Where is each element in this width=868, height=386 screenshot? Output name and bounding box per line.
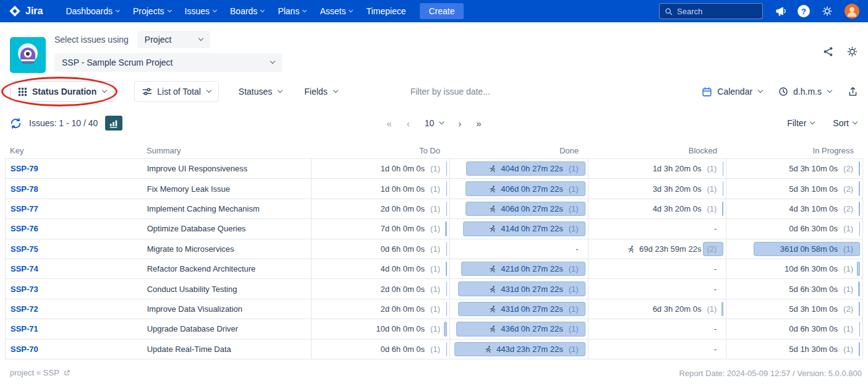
last-page-button[interactable]: » <box>476 118 481 129</box>
report-type-dropdown[interactable]: Status Duration <box>10 81 114 102</box>
export-icon[interactable] <box>848 86 858 97</box>
calendar-label: Calendar <box>717 87 752 96</box>
issue-key-link[interactable]: SSP-77 <box>6 199 142 218</box>
transition-count: (2) <box>843 204 853 213</box>
duration-value: 5d 3h 10m 0s <box>789 184 838 194</box>
calendar-dropdown[interactable]: Calendar <box>702 87 762 97</box>
chevron-down-icon <box>213 7 217 12</box>
table-row: SSP-75Migrate to Microservices0d 6h 0m 0… <box>5 239 863 259</box>
share-icon[interactable] <box>822 46 834 58</box>
column-header-key[interactable]: Key <box>5 146 142 155</box>
duration-value: 5d 6h 30m 0s <box>789 285 838 294</box>
project-select[interactable]: SSP - Sample Scrum Project <box>54 53 282 72</box>
duration-value: 421d 0h 27m 22s <box>501 264 563 273</box>
table-row: SSP-79Improve UI Responsiveness1d 0h 0m … <box>5 159 863 179</box>
issue-date-filter-input[interactable] <box>411 87 531 96</box>
issue-key-link[interactable]: SSP-73 <box>6 279 142 298</box>
issue-key-link[interactable]: SSP-74 <box>6 259 142 278</box>
nav-item-plans[interactable]: Plans <box>271 0 313 22</box>
running-status-icon <box>627 245 635 253</box>
issue-source-row: Select issues using Project <box>54 31 210 48</box>
column-header-done[interactable]: Done <box>449 146 588 155</box>
help-icon[interactable]: ? <box>798 5 810 17</box>
nav-item-dashboards[interactable]: Dashboards <box>59 0 126 22</box>
duration-cell-todo: 2d 0h 0m 0s(1) <box>311 279 449 298</box>
user-avatar[interactable] <box>845 4 859 19</box>
column-header-to-do[interactable]: To Do <box>311 146 449 155</box>
top-navigation-bar: Jira DashboardsProjectsIssuesBoardsPlans… <box>0 0 868 22</box>
next-page-button[interactable]: › <box>458 118 461 129</box>
transition-count: (1) <box>569 324 579 333</box>
issue-summary: Refactor Backend Architecture <box>142 259 312 278</box>
duration-cell-todo: 0d 6h 0m 0s(1) <box>311 340 449 359</box>
duration-value: 406d 0h 27m 22s <box>501 184 563 194</box>
duration-cell-done: - <box>449 239 588 259</box>
duration-cell-blocked: - <box>588 259 726 278</box>
view-mode-dropdown[interactable]: List of Total <box>134 81 219 102</box>
fields-dropdown[interactable]: Fields <box>304 87 337 96</box>
duration-cell-done: 431d 0h 27m 22s(1) <box>449 299 588 319</box>
duration-cell-inprogress: 5d 1h 30m 0s(1) <box>726 340 862 359</box>
grid-icon <box>18 87 27 96</box>
duration-cell-done: 406d 0h 27m 22s(1) <box>449 199 588 218</box>
issue-source-value: Project <box>145 35 172 45</box>
running-status-icon <box>488 265 496 273</box>
column-header-in-progress[interactable]: In Progress <box>726 146 863 155</box>
transition-count: (1) <box>430 264 440 273</box>
topnav-right-cluster: ? <box>659 3 859 19</box>
nav-item-projects[interactable]: Projects <box>126 0 178 22</box>
nav-item-assets[interactable]: Assets <box>313 0 359 22</box>
issue-key-link[interactable]: SSP-78 <box>6 179 142 198</box>
issue-key-link[interactable]: SSP-70 <box>6 340 142 359</box>
duration-cell-done: 443d 23h 27m 22s(1) <box>449 340 588 359</box>
issue-key-link[interactable]: SSP-72 <box>6 299 142 319</box>
megaphone-icon[interactable] <box>775 6 786 16</box>
transition-count: (1) <box>843 244 853 254</box>
create-button[interactable]: Create <box>420 3 463 19</box>
issue-key-link[interactable]: SSP-71 <box>6 319 142 338</box>
time-format-dropdown[interactable]: d.h.m.s <box>778 87 832 96</box>
page-size-select[interactable]: 10 <box>425 118 444 128</box>
running-status-icon <box>488 305 496 313</box>
duration-value: 0d 6h 0m 0s <box>381 244 425 254</box>
sort-dropdown[interactable]: Sort <box>833 118 857 128</box>
duration-value: 5d 3h 10m 0s <box>789 164 838 173</box>
transition-count: (1) <box>843 264 853 273</box>
duration-value: 69d 23h 59m 22s <box>639 244 701 254</box>
issue-summary: Conduct Usability Testing <box>142 279 312 298</box>
issue-summary: Improve Data Visualization <box>142 299 312 319</box>
nav-item-issues[interactable]: Issues <box>178 0 223 22</box>
nav-item-label: Timepiece <box>366 6 406 16</box>
transition-count: (1) <box>707 204 717 213</box>
prev-page-button[interactable]: ‹ <box>407 118 410 129</box>
issue-key-link[interactable]: SSP-76 <box>6 219 142 238</box>
duration-value: 6d 3h 20m 0s <box>653 304 702 314</box>
filter-dropdown[interactable]: Filter <box>787 118 814 128</box>
refresh-icon[interactable] <box>10 118 22 129</box>
chart-view-button[interactable] <box>105 116 122 131</box>
duration-value: 0d 6h 30m 0s <box>789 324 838 333</box>
duration-cell-inprogress: 5d 3h 10m 0s(2) <box>726 299 862 319</box>
column-header-blocked[interactable]: Blocked <box>588 146 726 155</box>
settings-gear-icon[interactable] <box>822 6 833 17</box>
nav-item-timepiece[interactable]: Timepiece <box>359 0 412 22</box>
report-header: Select issues using Project SSP - Sample… <box>0 22 868 78</box>
jira-logo[interactable]: Jira <box>9 5 43 17</box>
issue-key-link[interactable]: SSP-79 <box>6 159 142 178</box>
global-search[interactable] <box>659 3 763 19</box>
duration-value: 436d 0h 27m 22s <box>501 324 563 333</box>
statuses-dropdown[interactable]: Statuses <box>239 87 282 96</box>
nav-item-boards[interactable]: Boards <box>223 0 271 22</box>
column-header-summary[interactable]: Summary <box>142 146 311 155</box>
search-input[interactable] <box>677 7 757 16</box>
table-row: SSP-71Upgrade Database Driver10d 0h 0m 0… <box>5 319 863 339</box>
table-row: SSP-78Fix Memory Leak Issue1d 0h 0m 0s(1… <box>5 179 863 199</box>
issue-key-link[interactable]: SSP-75 <box>6 239 142 259</box>
chevron-down-icon <box>810 119 815 124</box>
report-settings-gear-icon[interactable] <box>846 46 858 58</box>
issue-source-select[interactable]: Project <box>137 31 210 48</box>
first-page-button[interactable]: « <box>386 118 391 129</box>
calendar-icon <box>702 87 712 97</box>
duration-cell-done: 414d 0h 27m 22s(1) <box>449 219 588 238</box>
jql-query-link[interactable]: project = SSP <box>10 368 70 377</box>
